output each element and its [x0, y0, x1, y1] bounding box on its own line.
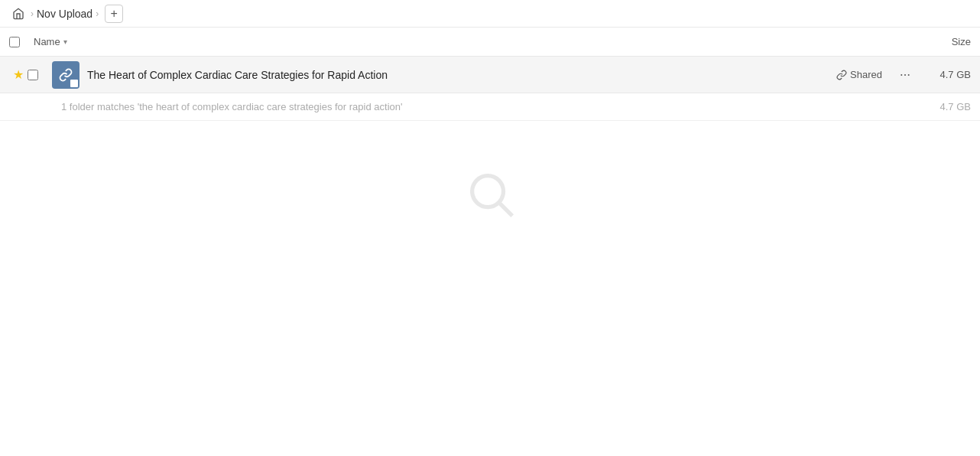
svg-line-4 — [500, 204, 512, 216]
match-info-row: 1 folder matches 'the heart of complex c… — [0, 93, 980, 121]
svg-point-2 — [908, 74, 910, 76]
more-options-button[interactable] — [894, 64, 916, 86]
match-info-size: 4.7 GB — [925, 101, 971, 112]
breadcrumb-chevron-1: › — [31, 8, 34, 19]
svg-point-1 — [904, 74, 906, 76]
empty-area — [0, 121, 980, 220]
row-checkbox-wrapper[interactable] — [28, 70, 52, 80]
breadcrumb-separator: › — [96, 8, 99, 19]
shared-badge[interactable]: Shared — [836, 69, 882, 80]
name-sort-icon: ▾ — [63, 37, 67, 46]
breadcrumb-bar: › Nov Upload › + — [0, 0, 980, 28]
name-column-label: Name — [34, 36, 60, 47]
add-tab-button[interactable]: + — [105, 5, 123, 23]
more-icon — [899, 69, 911, 81]
file-icon-corner-decoration — [70, 80, 78, 87]
svg-point-0 — [900, 74, 902, 76]
shared-label: Shared — [850, 69, 882, 80]
star-button[interactable]: ★ — [9, 67, 28, 82]
link-shared-icon — [836, 70, 847, 80]
file-row: ★ The Heart of Complex Cardiac Care Stra… — [0, 57, 980, 93]
file-size: 4.7 GB — [925, 69, 971, 80]
home-button[interactable] — [9, 5, 28, 23]
column-headers: Name ▾ Size — [0, 28, 980, 57]
size-column-header: Size — [910, 36, 971, 47]
name-column-header[interactable]: Name ▾ — [34, 36, 910, 47]
match-info-text: 1 folder matches 'the heart of complex c… — [61, 101, 925, 112]
file-icon — [52, 61, 80, 89]
select-all-checkbox-wrapper[interactable] — [9, 37, 34, 47]
select-all-checkbox[interactable] — [9, 37, 20, 47]
breadcrumb-folder[interactable]: Nov Upload — [37, 8, 92, 20]
row-checkbox[interactable] — [28, 70, 38, 80]
search-empty-icon — [463, 167, 517, 220]
file-name[interactable]: The Heart of Complex Cardiac Care Strate… — [87, 69, 836, 81]
svg-point-3 — [472, 176, 504, 207]
